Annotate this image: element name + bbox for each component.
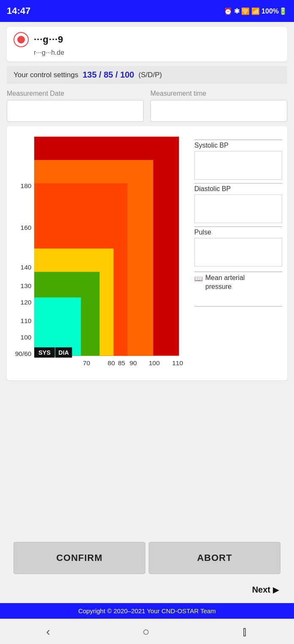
systolic-bp-input[interactable] — [194, 151, 282, 180]
svg-text:70: 70 — [83, 359, 90, 366]
svg-text:85: 85 — [118, 359, 125, 366]
back-button[interactable]: ‹ — [46, 625, 50, 639]
measurement-time-input[interactable] — [150, 100, 287, 122]
pulse-label: Pulse — [194, 226, 282, 236]
alarm-icon: ⏰ — [224, 7, 232, 15]
date-time-row: Measurement Date Measurement time — [7, 90, 287, 122]
footer: Copyright © 2020–2021 Your CND-OSTAR Tea… — [0, 603, 294, 619]
systolic-bp-group: Systolic BP — [194, 140, 282, 180]
svg-text:90: 90 — [130, 359, 137, 366]
team-text: Your CND-OSTAR Team — [147, 607, 216, 614]
control-values: 135 / 85 / 100 — [82, 70, 134, 80]
svg-text:110: 110 — [172, 359, 183, 366]
home-button[interactable]: ○ — [142, 625, 150, 639]
svg-text:130: 130 — [21, 282, 32, 289]
next-row: Next ▶ — [7, 582, 287, 598]
measurement-date-group: Measurement Date — [7, 90, 144, 122]
svg-text:160: 160 — [21, 224, 32, 231]
recent-button[interactable]: ⫿ — [242, 625, 248, 639]
map-label-row: 📖 Mean arterialpressure — [194, 274, 282, 291]
svg-text:120: 120 — [21, 299, 32, 306]
wifi-icon: 🛜 — [241, 7, 250, 15]
svg-text:100: 100 — [149, 359, 160, 366]
bp-inputs: Systolic BP Diastolic BP Pulse 📖 Mean ar… — [194, 131, 282, 375]
diastolic-bp-input[interactable] — [194, 194, 282, 223]
control-settings-bar: Your control settings 135 / 85 / 100 (S/… — [7, 66, 287, 84]
measurement-time-label: Measurement time — [150, 90, 287, 97]
control-unit: (S/D/P) — [139, 71, 162, 79]
next-button[interactable]: Next ▶ — [252, 585, 279, 595]
svg-text:100: 100 — [21, 334, 32, 341]
map-label: Mean arterialpressure — [205, 274, 245, 291]
svg-text:80: 80 — [108, 359, 115, 366]
profile-name: ···g···9 — [34, 34, 63, 45]
measurement-time-group: Measurement time — [150, 90, 287, 122]
systolic-bp-label: Systolic BP — [194, 140, 282, 149]
profile-card: ···g···9 r···g···h.de — [7, 27, 287, 62]
measurement-date-input[interactable] — [7, 100, 144, 122]
spacer — [7, 385, 287, 534]
profile-email: r···g···h.de — [14, 49, 280, 57]
pulse-group: Pulse — [194, 226, 282, 267]
map-value-line — [194, 296, 282, 307]
next-label: Next — [252, 585, 270, 595]
status-bar: 14:47 ⏰ ✱ 🛜 📶 100%🔋 — [0, 0, 294, 22]
bp-chart-svg: 90/60 100 110 120 130 140 160 180 — [12, 131, 189, 375]
svg-text:SYS: SYS — [38, 349, 51, 356]
copyright-text: Copyright © 2020–2021 — [78, 607, 145, 614]
svg-text:140: 140 — [21, 264, 32, 271]
measurement-date-label: Measurement Date — [7, 90, 144, 97]
abort-button[interactable]: ABORT — [149, 542, 280, 574]
map-book-icon: 📖 — [194, 275, 203, 283]
svg-text:180: 180 — [21, 182, 32, 189]
next-arrow-icon: ▶ — [273, 585, 279, 595]
svg-text:110: 110 — [21, 317, 32, 324]
signal-icon: 📶 — [251, 7, 260, 15]
svg-text:DIA: DIA — [58, 349, 69, 356]
profile-icon-inner — [17, 36, 25, 43]
main-content: ···g···9 r···g···h.de Your control setti… — [0, 22, 294, 603]
profile-top: ···g···9 — [14, 32, 280, 47]
status-icons: ⏰ ✱ 🛜 📶 100%🔋 — [224, 7, 287, 15]
map-section: 📖 Mean arterialpressure — [194, 272, 282, 307]
status-time: 14:47 — [7, 5, 30, 16]
svg-rect-13 — [34, 297, 81, 356]
pulse-input[interactable] — [194, 238, 282, 267]
diastolic-bp-label: Diastolic BP — [194, 183, 282, 193]
control-label: Your control settings — [14, 71, 78, 79]
bp-chart-container: 90/60 100 110 120 130 140 160 180 — [12, 131, 189, 375]
action-buttons: CONFIRM ABORT — [7, 539, 287, 577]
profile-icon — [14, 32, 29, 47]
chart-bp-section: 90/60 100 110 120 130 140 160 180 — [7, 126, 287, 380]
diastolic-bp-group: Diastolic BP — [194, 183, 282, 223]
confirm-button[interactable]: CONFIRM — [14, 542, 145, 574]
nav-bar: ‹ ○ ⫿ — [0, 619, 294, 644]
svg-text:90/60: 90/60 — [15, 350, 32, 357]
bluetooth-icon: ✱ — [234, 7, 240, 15]
battery-label: 100%🔋 — [261, 7, 287, 15]
